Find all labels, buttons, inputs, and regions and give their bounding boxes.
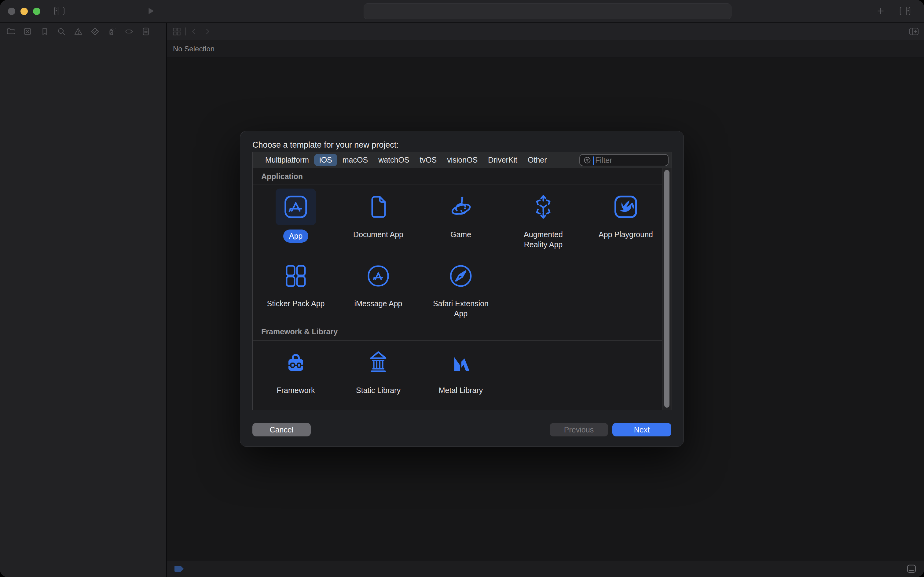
template-sticker-pack-app[interactable]: Sticker Pack App <box>254 254 337 323</box>
tab-tvos[interactable]: tvOS <box>415 154 442 166</box>
previous-button[interactable]: Previous <box>550 423 608 437</box>
issue-navigator-icon[interactable] <box>74 27 83 36</box>
add-editor-icon[interactable] <box>909 27 919 36</box>
breakpoint-navigator-icon[interactable] <box>124 27 134 36</box>
document-icon <box>358 189 398 225</box>
related-items-icon[interactable] <box>172 27 182 36</box>
breakpoint-toggle-icon[interactable] <box>174 566 185 572</box>
xcode-window: No Selection Choose a template for your … <box>0 0 924 577</box>
ar-cube-icon <box>523 189 563 225</box>
tab-watchos[interactable]: watchOS <box>373 154 414 166</box>
template-app-playground[interactable]: App Playground <box>584 185 667 254</box>
safari-compass-icon <box>441 258 481 294</box>
template-list: Application App <box>253 168 672 410</box>
forward-icon[interactable] <box>203 27 212 36</box>
source-control-icon[interactable] <box>23 27 32 36</box>
find-navigator-icon[interactable] <box>57 27 66 36</box>
template-label: Sticker Pack App <box>267 298 325 309</box>
framework-grid: Framework Static Library <box>253 341 662 410</box>
section-header-application: Application <box>253 168 662 185</box>
template-label: Safari Extension App <box>433 298 489 319</box>
template-panel: Multiplatform iOS macOS watchOS tvOS vis… <box>253 152 672 410</box>
swift-playground-icon <box>605 189 646 225</box>
imessage-app-icon <box>358 258 398 294</box>
tab-visionos[interactable]: visionOS <box>442 154 483 166</box>
dialog-title: Choose a template for your new project: <box>253 140 399 150</box>
close-button[interactable] <box>8 8 15 15</box>
tab-ios[interactable]: iOS <box>314 154 337 166</box>
sticker-pack-icon <box>275 258 316 294</box>
tab-driverkit[interactable]: DriverKit <box>483 154 523 166</box>
report-navigator-icon[interactable] <box>141 27 150 36</box>
framework-toolbox-icon <box>275 345 316 381</box>
bookmarks-icon[interactable] <box>40 27 49 36</box>
next-button[interactable]: Next <box>612 423 671 437</box>
template-game[interactable]: Game <box>420 185 502 254</box>
metal-icon <box>441 345 481 381</box>
jump-bar: No Selection <box>167 40 924 58</box>
template-static-library[interactable]: Static Library <box>337 341 420 410</box>
template-label: App <box>283 229 308 243</box>
filter-input[interactable] <box>595 155 666 166</box>
cancel-button[interactable]: Cancel <box>253 423 311 437</box>
minimize-button[interactable] <box>21 8 28 15</box>
template-label: iMessage App <box>354 298 402 309</box>
filter-field[interactable] <box>580 154 668 166</box>
traffic-lights <box>8 8 40 15</box>
toolbar <box>0 0 924 23</box>
static-library-icon <box>358 345 398 381</box>
template-metal-library[interactable]: Metal Library <box>420 341 502 410</box>
activity-view <box>364 3 731 19</box>
template-app[interactable]: App <box>254 185 337 254</box>
tab-macos[interactable]: macOS <box>337 154 373 166</box>
test-navigator-icon[interactable] <box>90 27 100 36</box>
template-augmented-reality-app[interactable]: Augmented Reality App <box>502 185 584 254</box>
navigator-sidebar <box>0 40 166 577</box>
section-header-framework-library: Framework & Library <box>253 323 662 341</box>
editor-bottom-bar <box>167 560 924 577</box>
navigation-bar <box>0 23 924 40</box>
template-label: Game <box>451 229 471 240</box>
template-label: App Playground <box>599 229 653 240</box>
game-ufo-icon <box>441 189 481 225</box>
editor-bar <box>167 23 924 40</box>
scrollbar <box>662 168 671 410</box>
template-label: Framework <box>277 385 315 395</box>
scrollbar-thumb[interactable] <box>664 170 670 408</box>
back-icon[interactable] <box>190 27 199 36</box>
debug-navigator-icon[interactable] <box>108 27 117 36</box>
template-framework[interactable]: Framework <box>254 341 337 410</box>
platform-tab-bar: Multiplatform iOS macOS watchOS tvOS vis… <box>253 152 672 168</box>
toggle-navigator-icon[interactable] <box>54 6 65 16</box>
run-button[interactable] <box>146 6 155 16</box>
template-label: Metal Library <box>439 385 483 395</box>
new-project-dialog: Choose a template for your new project: … <box>240 131 684 447</box>
breadcrumb: No Selection <box>173 45 214 53</box>
template-imessage-app[interactable]: iMessage App <box>337 254 420 323</box>
toggle-inspector-icon[interactable] <box>900 6 911 16</box>
dialog-buttons: Cancel Previous Next <box>253 423 671 437</box>
application-grid: App Document App <box>253 185 662 323</box>
template-document-app[interactable]: Document App <box>337 185 420 254</box>
zoom-button[interactable] <box>33 8 40 15</box>
app-store-icon <box>275 189 316 225</box>
project-navigator-icon[interactable] <box>6 27 15 36</box>
text-caret <box>593 156 594 165</box>
toggle-debug-area-icon[interactable] <box>906 564 917 574</box>
template-label: Augmented Reality App <box>524 229 563 250</box>
template-label: Static Library <box>356 385 401 395</box>
divider <box>185 27 186 35</box>
tab-multiplatform[interactable]: Multiplatform <box>260 154 314 166</box>
navigator-tabs <box>0 23 166 40</box>
template-label: Document App <box>353 229 403 240</box>
tab-other[interactable]: Other <box>523 154 552 166</box>
add-button[interactable] <box>876 6 885 16</box>
filter-icon <box>583 156 592 164</box>
template-safari-extension-app[interactable]: Safari Extension App <box>420 254 502 323</box>
